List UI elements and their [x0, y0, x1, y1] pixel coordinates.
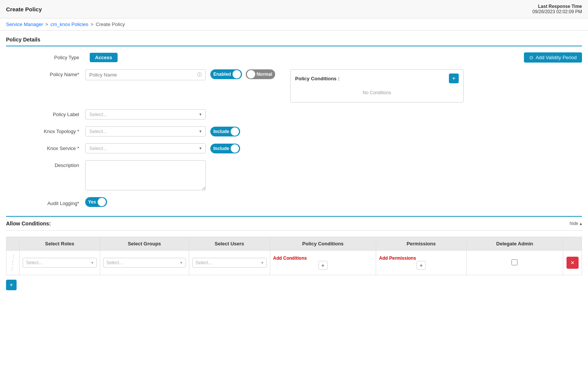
knox-topology-chevron: ▾: [199, 129, 202, 134]
description-controls: [85, 160, 582, 190]
policy-label-label: Policy Label: [36, 109, 85, 117]
description-label: Description: [36, 160, 85, 168]
audit-logging-label: Audit Logging*: [36, 198, 85, 206]
policy-label-controls: Select... ▾: [85, 109, 582, 119]
add-row-button[interactable]: +: [6, 280, 17, 290]
audit-logging-row: Audit Logging* Yes: [6, 197, 582, 207]
roles-chevron: ▾: [91, 260, 93, 265]
knox-service-select[interactable]: Select... ▾: [85, 143, 206, 153]
policy-conditions-title: Policy Conditions :: [295, 76, 340, 81]
knox-service-controls: Select... ▾ Include: [85, 143, 582, 153]
enabled-knob: [233, 70, 241, 78]
permissions-cell: Add Permissions +: [376, 251, 466, 275]
policy-type-label: Policy Type: [36, 55, 85, 60]
policy-conditions-header: Policy Conditions : +: [295, 74, 459, 83]
enabled-label: Enabled: [213, 72, 231, 77]
knox-topology-include-label: Include: [213, 129, 229, 134]
breadcrumb-current: Create Policy: [96, 21, 125, 27]
add-permissions-plus-button[interactable]: +: [416, 261, 426, 270]
add-validity-period-button[interactable]: ⊙ Add Validity Period: [524, 52, 582, 63]
groups-cell: Select... ▾: [100, 251, 189, 275]
enabled-toggle[interactable]: Enabled: [210, 69, 242, 79]
audit-logging-knob: [98, 198, 106, 206]
delete-col-header: [563, 237, 582, 251]
select-users-header: Select Users: [189, 237, 270, 251]
permissions-header: Permissions: [376, 237, 466, 251]
drag-handle[interactable]: ⋮⋮⋮: [9, 254, 16, 272]
last-response-value: 09/26/2023 02:02:09 PM: [533, 9, 582, 14]
policy-label-select[interactable]: Select... ▾: [85, 109, 206, 119]
groups-placeholder: Select...: [107, 260, 123, 265]
normal-knob: [247, 70, 255, 78]
conditions-cell: Add Conditions +: [270, 251, 376, 275]
delegate-admin-header: Delegate Admin: [466, 237, 563, 251]
delete-cell: ✕: [563, 251, 582, 275]
knox-topology-controls: Select... ▾ Include: [85, 126, 582, 136]
policy-type-left: Policy Type Access: [36, 53, 118, 62]
clock-icon: ⊙: [529, 55, 533, 60]
normal-label: Normal: [257, 72, 272, 77]
knox-topology-label: Knox Topology *: [36, 126, 85, 134]
policy-type-row: Policy Type Access ⊙ Add Validity Period: [6, 52, 582, 63]
add-conditions-plus-button[interactable]: +: [318, 261, 328, 270]
knox-service-row: Knox Service * Select... ▾ Include: [6, 143, 582, 153]
description-textarea[interactable]: [85, 160, 206, 190]
knox-topology-include-toggle[interactable]: Include: [210, 127, 240, 136]
select-groups-header: Select Groups: [100, 237, 189, 251]
chevron-up-icon: ▴: [580, 221, 582, 226]
delegate-admin-checkbox[interactable]: [511, 259, 518, 265]
policy-label-chevron: ▾: [199, 112, 202, 117]
allow-conditions-section: Allow Conditions: hide ▴ Select Roles Se…: [6, 216, 582, 290]
add-permissions-button[interactable]: Add Permissions: [379, 256, 416, 261]
app-header: Create Policy Last Response Time 09/26/2…: [0, 0, 588, 18]
drag-handle-cell: ⋮⋮⋮: [6, 251, 20, 275]
policy-name-col: ⓘ: [85, 69, 206, 80]
breadcrumb-service-manager[interactable]: Service Manager: [6, 21, 43, 27]
knox-service-include-toggle[interactable]: Include: [210, 144, 240, 153]
knox-service-include-knob: [231, 144, 239, 153]
allow-conditions-title: Allow Conditions:: [6, 220, 51, 227]
users-select[interactable]: Select... ▾: [192, 258, 267, 268]
audit-logging-value: Yes: [88, 199, 96, 205]
knox-service-include-label: Include: [213, 146, 229, 151]
users-chevron: ▾: [261, 260, 263, 265]
groups-select[interactable]: Select... ▾: [103, 258, 186, 268]
policy-details-section: Policy Details Policy Type Access ⊙ Add …: [6, 37, 582, 207]
groups-chevron: ▾: [180, 260, 182, 265]
access-button[interactable]: Access: [90, 53, 118, 62]
policy-conditions-box: Policy Conditions : + No Conditions: [290, 69, 464, 103]
conditions-col: Policy Conditions : + No Conditions: [290, 69, 582, 103]
users-cell: Select... ▾: [189, 251, 270, 275]
validity-label: Add Validity Period: [536, 55, 577, 60]
roles-cell: Select... ▾: [20, 251, 100, 275]
policy-label-placeholder: Select...: [89, 112, 107, 117]
audit-logging-toggle[interactable]: Yes: [85, 197, 107, 207]
policy-name-row: Policy Name* ⓘ Enabled Normal: [6, 69, 582, 103]
select-roles-header: Select Roles: [20, 237, 100, 251]
add-conditions-button[interactable]: Add Conditions: [273, 256, 307, 261]
allow-conditions-table: Select Roles Select Groups Select Users …: [6, 237, 582, 275]
main-content: Policy Details Policy Type Access ⊙ Add …: [0, 31, 588, 296]
knox-service-chevron: ▾: [199, 146, 202, 151]
bottom-add-row: +: [6, 280, 582, 290]
knox-service-label: Knox Service *: [36, 143, 85, 151]
roles-select[interactable]: Select... ▾: [23, 258, 97, 268]
knox-topology-placeholder: Select...: [89, 129, 107, 134]
delete-row-button[interactable]: ✕: [567, 257, 579, 269]
normal-toggle[interactable]: Normal: [246, 69, 275, 79]
add-condition-button[interactable]: +: [449, 74, 459, 83]
delegate-admin-cell: [466, 251, 563, 275]
hide-link[interactable]: hide ▴: [570, 221, 582, 226]
allow-conditions-header: Allow Conditions: hide ▴: [6, 217, 582, 231]
policy-name-input[interactable]: [89, 72, 197, 78]
knox-topology-row: Knox Topology * Select... ▾ Include: [6, 126, 582, 136]
info-icon: ⓘ: [197, 72, 202, 78]
breadcrumb-policies[interactable]: cm_knox Policies: [51, 21, 88, 27]
roles-placeholder: Select...: [26, 260, 42, 265]
knox-topology-select[interactable]: Select... ▾: [85, 126, 206, 136]
policy-name-field[interactable]: ⓘ: [85, 69, 206, 80]
knox-topology-include-knob: [231, 127, 239, 136]
no-conditions-text: No Conditions: [295, 87, 459, 98]
policy-label-row: Policy Label Select... ▾: [6, 109, 582, 119]
breadcrumb: Service Manager > cm_knox Policies > Cre…: [0, 18, 588, 31]
